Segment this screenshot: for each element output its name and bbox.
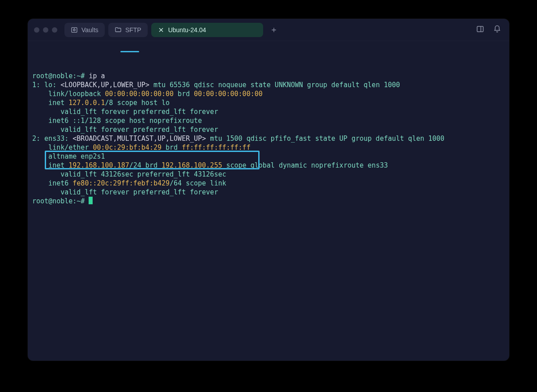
out-line: valid_lft forever preferred_lft forever xyxy=(32,108,218,116)
out-line: link/ether xyxy=(32,143,93,152)
svg-rect-7 xyxy=(477,26,483,32)
panel-icon[interactable] xyxy=(476,25,484,35)
close-dot[interactable] xyxy=(34,27,39,33)
tab-vaults-label: Vaults xyxy=(81,26,98,34)
titlebar: Vaults SFTP Ubuntu-24.04 xyxy=(28,19,509,41)
zoom-dot[interactable] xyxy=(52,27,57,33)
titlebar-right xyxy=(476,25,505,35)
out-line: /24 brd xyxy=(129,161,162,169)
out-line: inet6 ::1/128 scope host noprefixroute xyxy=(32,117,202,125)
command: ip a xyxy=(85,72,105,80)
out-line: /8 scope host lo xyxy=(105,99,170,107)
out-line: valid_lft forever preferred_lft forever xyxy=(32,126,218,134)
window-controls xyxy=(34,27,57,33)
svg-rect-0 xyxy=(72,27,77,32)
new-tab-button[interactable] xyxy=(267,23,281,37)
tab-active-label: Ubuntu-24.04 xyxy=(168,26,206,34)
ip-addr: 192.168.100.255 xyxy=(162,161,222,169)
out-line: valid_lft 43126sec preferred_lft 43126se… xyxy=(32,170,226,178)
bell-icon[interactable] xyxy=(493,25,501,35)
command-underline xyxy=(120,51,139,52)
svg-point-1 xyxy=(73,29,75,31)
mac-addr: 00:00:00:00:00:00 xyxy=(194,90,263,98)
terminal-output[interactable]: root@noble:~# ip a 1: lo: <LOOPBACK,UP,L… xyxy=(28,41,509,219)
mac-addr: 00:0c:29:bf:b4:29 xyxy=(93,143,162,152)
out-line: scope global dynamic noprefixroute ens33 xyxy=(222,161,388,169)
out-line: brd xyxy=(162,143,182,152)
tab-sftp-label: SFTP xyxy=(125,26,141,34)
out-line: link/loopback xyxy=(32,90,105,98)
out-line: inet6 xyxy=(32,179,72,187)
out-line: inet xyxy=(32,99,68,107)
tab-vaults[interactable]: Vaults xyxy=(64,23,105,37)
mac-addr: 00:00:00:00:00:00 xyxy=(105,90,174,98)
folder-icon xyxy=(115,26,122,34)
tab-strip: Vaults SFTP Ubuntu-24.04 xyxy=(64,23,281,37)
out-line: mtu 1500 qdisc pfifo_fast state UP group… xyxy=(206,135,444,143)
mac-addr: ff:ff:ff:ff:ff:ff xyxy=(182,143,251,152)
prompt: root@noble:~# xyxy=(32,72,85,80)
out-line: <BROADCAST,MULTICAST,UP,LOWER_UP> xyxy=(72,135,206,143)
tab-sftp[interactable]: SFTP xyxy=(108,23,148,37)
close-icon[interactable] xyxy=(158,26,165,34)
ipv6-addr: fe80::20c:29ff:febf:b429 xyxy=(72,179,170,187)
out-line: 1: lo: xyxy=(32,81,60,89)
out-line: /64 scope link xyxy=(170,179,226,187)
ip-addr: 127.0.0.1 xyxy=(68,99,105,107)
out-line: altname enp2s1 xyxy=(32,152,105,160)
minimize-dot[interactable] xyxy=(43,27,48,33)
out-line: brd xyxy=(174,90,194,98)
prompt: root@noble:~# xyxy=(32,197,89,205)
terminal-window: Vaults SFTP Ubuntu-24.04 xyxy=(28,19,509,361)
out-line: inet xyxy=(32,161,68,169)
out-line: mtu 65536 qdisc noqueue state UNKNOWN gr… xyxy=(149,81,400,89)
out-line: 2: ens33: xyxy=(32,135,72,143)
out-line: <LOOPBACK,UP,LOWER_UP> xyxy=(60,81,149,89)
tab-active[interactable]: Ubuntu-24.04 xyxy=(151,23,263,37)
ip-addr: 192.168.100.187 xyxy=(68,161,129,169)
vault-icon xyxy=(71,26,78,34)
out-line: valid_lft forever preferred_lft forever xyxy=(32,188,218,196)
cursor xyxy=(89,197,93,204)
